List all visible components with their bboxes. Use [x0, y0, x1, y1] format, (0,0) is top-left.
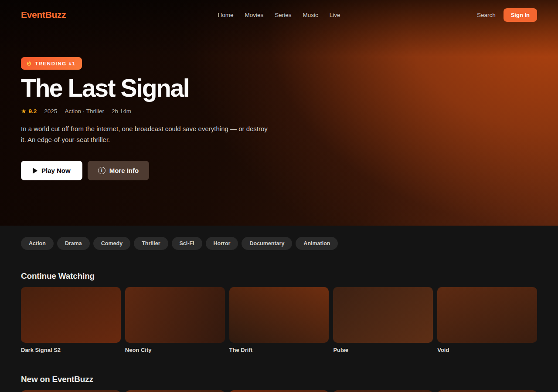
play-now-label: Play Now [41, 167, 71, 174]
chip-animation[interactable]: Animation [296, 237, 338, 250]
poster-thumbnail [125, 390, 225, 392]
hero-banner: EventBuzz Home Movies Series Music Live … [0, 0, 558, 226]
chip-documentary[interactable]: Documentary [242, 237, 292, 250]
poster-title: The Drift [229, 347, 329, 353]
trending-badge-label: TRENDING #1 [35, 61, 76, 66]
nav-item-movies[interactable]: Movies [245, 12, 263, 18]
main-content: Action Drama Comedy Thriller Sci-Fi Horr… [0, 237, 558, 392]
poster-card[interactable]: Pulse [333, 287, 433, 353]
rating-value: ★ 9.2 [21, 108, 37, 115]
poster-thumbnail [333, 390, 433, 392]
poster-title: Dark Signal S2 [21, 347, 121, 353]
poster-thumbnail [437, 390, 537, 392]
more-info-button[interactable]: i More Info [88, 161, 150, 180]
poster-thumbnail [229, 390, 329, 392]
poster-card[interactable] [21, 390, 121, 392]
play-icon [33, 168, 37, 174]
genre-tags: Action · Thriller [65, 108, 104, 115]
genre-chip-row: Action Drama Comedy Thriller Sci-Fi Horr… [21, 237, 537, 250]
section-heading-continue-watching: Continue Watching [21, 271, 537, 281]
runtime: 2h 14m [112, 108, 131, 115]
nav-item-series[interactable]: Series [275, 12, 291, 18]
poster-thumbnail [229, 287, 329, 343]
poster-card[interactable]: The Drift [229, 287, 329, 353]
poster-thumbnail [21, 390, 121, 392]
poster-thumbnail [21, 287, 121, 343]
poster-thumbnail [437, 287, 537, 343]
chip-drama[interactable]: Drama [57, 237, 90, 250]
play-now-button[interactable]: Play Now [21, 161, 82, 180]
chip-scifi[interactable]: Sci-Fi [172, 237, 202, 250]
rating-number: 9.2 [29, 108, 37, 115]
more-info-label: More Info [109, 167, 139, 174]
top-nav: EventBuzz Home Movies Series Music Live … [0, 0, 558, 30]
trending-badge: TRENDING #1 [21, 57, 82, 70]
poster-title: Neon City [125, 347, 225, 353]
release-year: 2025 [44, 108, 57, 115]
info-icon: i [98, 167, 105, 174]
poster-card[interactable]: Neon City [125, 287, 225, 353]
nav-item-music[interactable]: Music [303, 12, 318, 18]
star-icon: ★ [21, 108, 27, 115]
chip-thriller[interactable]: Thriller [134, 237, 168, 250]
poster-card[interactable]: Dark Signal S2 [21, 287, 121, 353]
hero-content: TRENDING #1 The Last Signal ★ 9.2 2025 A… [21, 57, 268, 180]
sign-in-button[interactable]: Sign In [504, 8, 537, 22]
poster-title: Void [437, 347, 537, 353]
chip-horror[interactable]: Horror [206, 237, 238, 250]
search-link[interactable]: Search [477, 12, 496, 18]
poster-thumbnail [125, 287, 225, 343]
chip-comedy[interactable]: Comedy [93, 237, 130, 250]
hero-meta-row: ★ 9.2 2025 Action · Thriller 2h 14m [21, 108, 268, 115]
chip-action[interactable]: Action [21, 237, 54, 250]
poster-card[interactable] [229, 390, 329, 392]
hero-title: The Last Signal [21, 75, 268, 101]
nav-item-home[interactable]: Home [218, 12, 233, 18]
nav-item-live[interactable]: Live [330, 12, 340, 18]
nav-right-group: Search Sign In [477, 8, 537, 22]
flame-icon [26, 60, 32, 67]
continue-watching-row: Dark Signal S2 Neon City The Drift Pulse… [21, 287, 537, 353]
poster-card[interactable] [125, 390, 225, 392]
poster-card[interactable] [437, 390, 537, 392]
new-on-eventbuzz-row [21, 390, 537, 392]
nav-links: Home Movies Series Music Live [218, 12, 340, 18]
brand-logo[interactable]: EventBuzz [21, 10, 66, 20]
hero-description: In a world cut off from the internet, on… [21, 124, 268, 145]
poster-thumbnail [333, 287, 433, 343]
hero-cta-row: Play Now i More Info [21, 161, 268, 180]
poster-card[interactable] [333, 390, 433, 392]
poster-card[interactable]: Void [437, 287, 537, 353]
section-heading-new-on-eventbuzz: New on EventBuzz [21, 375, 537, 384]
poster-title: Pulse [333, 347, 433, 353]
